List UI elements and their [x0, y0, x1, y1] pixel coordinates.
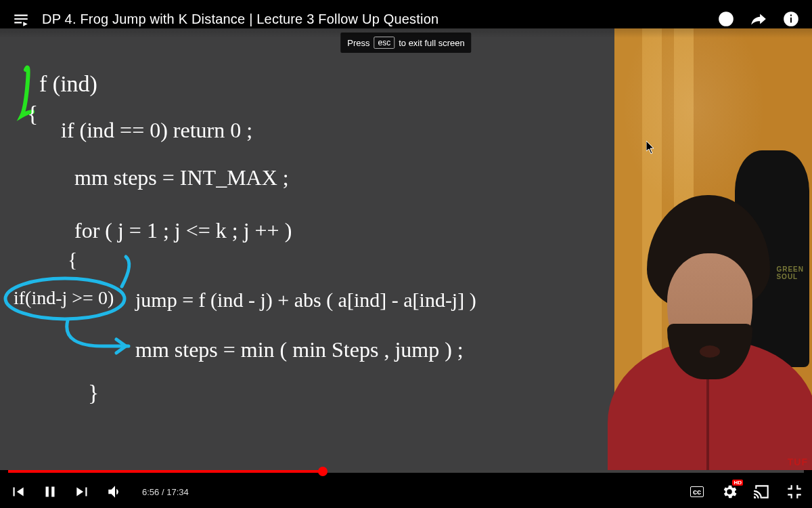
exit-fullscreen-button[interactable]	[785, 482, 804, 501]
volume-button[interactable]	[106, 482, 125, 501]
video-title: DP 4. Frog Jump with K Distance | Lectur…	[42, 12, 438, 27]
presenter	[614, 152, 812, 470]
svg-rect-2	[790, 15, 792, 16]
next-button[interactable]	[73, 482, 92, 501]
share-icon[interactable]	[750, 10, 767, 28]
duration: 17:34	[166, 487, 189, 497]
fullscreen-exit-hint: Press esc to exit full screen	[340, 33, 471, 53]
pause-button[interactable]	[41, 482, 60, 501]
player-controls: 6:56 / 17:34 cc HD	[0, 470, 812, 508]
seek-played	[8, 470, 323, 473]
code-line-2: {	[27, 101, 38, 126]
code-line-4: mm steps = INT_MAX ;	[74, 165, 289, 190]
cast-button[interactable]	[752, 482, 771, 501]
watch-later-icon[interactable]	[717, 10, 735, 28]
hd-badge: HD	[732, 480, 743, 486]
seek-scrubber[interactable]	[318, 467, 328, 476]
hint-post: to exit full screen	[399, 38, 465, 48]
hint-key: esc	[374, 37, 395, 49]
code-line-9: }	[88, 380, 99, 405]
presenter-camera: TUF	[614, 28, 812, 470]
code-line-1: f (ind)	[39, 71, 97, 97]
code-line-7: jump = f (ind - j) + abs ( a[ind] - a[in…	[135, 289, 476, 312]
seek-bar[interactable]	[8, 470, 804, 473]
code-line-5: for ( j = 1 ; j <= k ; j ++ )	[74, 218, 292, 242]
whiteboard: .hand { font-family: "Segoe Script","Bra…	[0, 28, 614, 470]
previous-button[interactable]	[8, 482, 27, 501]
code-line-3: if (ind == 0) return 0 ;	[61, 118, 252, 142]
mouse-cursor	[646, 141, 656, 154]
handwriting-svg: .hand { font-family: "Segoe Script","Bra…	[0, 28, 614, 470]
info-icon[interactable]	[782, 10, 800, 28]
svg-rect-1	[790, 18, 792, 23]
settings-button[interactable]: HD	[720, 482, 739, 501]
video-content: .hand { font-family: "Segoe Script","Bra…	[0, 28, 812, 470]
time-display: 6:56 / 17:34	[142, 487, 189, 497]
code-line-8: mm steps = min ( min Steps , jump ) ;	[135, 337, 464, 362]
channel-watermark[interactable]: TUF	[788, 457, 808, 467]
code-line-6: {	[68, 248, 77, 270]
playlist-icon[interactable]	[12, 10, 30, 28]
code-cond: if(ind-j >= 0)	[14, 287, 114, 308]
captions-button[interactable]: cc	[687, 482, 706, 501]
current-time: 6:56	[142, 487, 159, 497]
hint-pre: Press	[347, 38, 369, 48]
